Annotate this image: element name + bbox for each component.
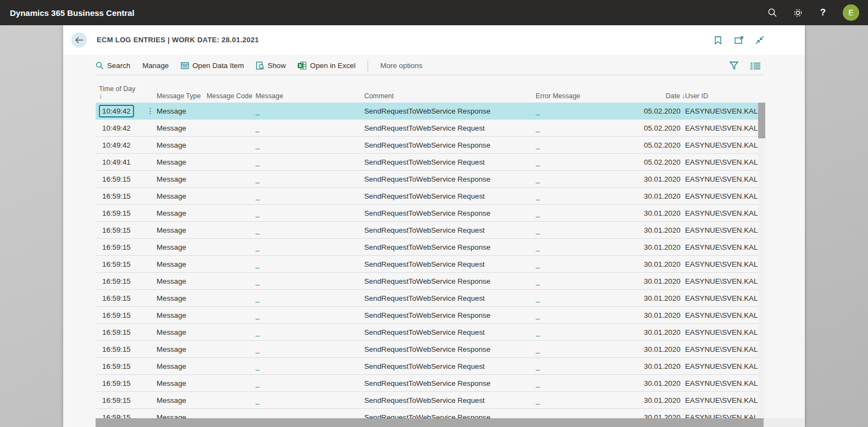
cell-comment[interactable]: SendRequestToWebService Response xyxy=(364,379,536,387)
cell-date[interactable]: 30.01.2020 xyxy=(644,362,685,370)
cell-date[interactable]: 30.01.2020 xyxy=(644,226,685,234)
table-row[interactable]: 10:49:42 ⋮ Message _ SendRequestToWebSer… xyxy=(96,120,758,137)
cell-user-id[interactable]: EASYNUE\SVEN.KALINC xyxy=(685,226,758,234)
cell-error-message[interactable]: _ xyxy=(536,141,644,149)
cell-user-id[interactable]: EASYNUE\SVEN.KALINC xyxy=(685,362,758,370)
column-header-time-of-day[interactable]: Time of Day ↓ xyxy=(96,77,144,102)
search-icon[interactable] xyxy=(767,7,778,18)
cell-message[interactable]: _ xyxy=(255,260,364,268)
cell-date[interactable]: 30.01.2020 xyxy=(644,260,685,268)
row-menu-icon[interactable]: ⋮ xyxy=(144,311,157,319)
bookmark-icon[interactable] xyxy=(713,35,724,46)
cell-message-type[interactable]: Message xyxy=(157,243,207,251)
cell-error-message[interactable]: _ xyxy=(536,396,644,404)
cell-date[interactable]: 30.01.2020 xyxy=(644,328,685,336)
column-header-message-code[interactable]: Message Code xyxy=(207,77,255,102)
gear-icon[interactable] xyxy=(792,7,803,18)
cell-user-id[interactable]: EASYNUE\SVEN.KALINC xyxy=(685,311,758,319)
list-view-icon[interactable] xyxy=(750,62,760,70)
cell-error-message[interactable]: _ xyxy=(536,243,644,251)
row-menu-icon[interactable]: ⋮ xyxy=(144,328,157,336)
cell-date[interactable]: 30.01.2020 xyxy=(644,277,685,285)
collapse-icon[interactable] xyxy=(754,35,765,46)
table-row[interactable]: 16:59:15 ⋮ Message _ SendRequestToWebSer… xyxy=(96,188,758,205)
cell-comment[interactable]: SendRequestToWebService Response xyxy=(364,243,536,251)
table-row[interactable]: 16:59:15 ⋮ Message _ SendRequestToWebSer… xyxy=(96,222,758,239)
cell-error-message[interactable]: _ xyxy=(536,413,644,419)
table-row[interactable]: 16:59:15 ⋮ Message _ SendRequestToWebSer… xyxy=(96,171,758,188)
cell-message-type[interactable]: Message xyxy=(157,175,207,183)
row-menu-icon[interactable]: ⋮ xyxy=(144,243,157,251)
table-row[interactable]: 16:59:15 ⋮ Message _ SendRequestToWebSer… xyxy=(96,341,758,358)
cell-message[interactable]: _ xyxy=(255,311,364,319)
cell-user-id[interactable]: EASYNUE\SVEN.KALINC xyxy=(685,158,758,166)
cell-message-type[interactable]: Message xyxy=(157,396,207,404)
cell-comment[interactable]: SendRequestToWebService Response xyxy=(364,311,536,319)
column-header-user-id[interactable]: User ID xyxy=(685,77,758,102)
cell-error-message[interactable]: _ xyxy=(536,311,644,319)
row-menu-icon[interactable]: ⋮ xyxy=(144,260,157,268)
cell-user-id[interactable]: EASYNUE\SVEN.KALINC xyxy=(685,328,758,336)
cell-time-of-day[interactable]: 10:49:41 xyxy=(96,156,144,168)
row-menu-icon[interactable]: ⋮ xyxy=(144,362,157,370)
table-row[interactable]: 16:59:15 ⋮ Message _ SendRequestToWebSer… xyxy=(96,358,758,375)
cell-error-message[interactable]: _ xyxy=(536,379,644,387)
cell-error-message[interactable]: _ xyxy=(536,209,644,217)
cell-message[interactable]: _ xyxy=(255,175,364,183)
cell-message[interactable]: _ xyxy=(255,243,364,251)
cell-message-type[interactable]: Message xyxy=(157,192,207,200)
cell-message-type[interactable]: Message xyxy=(157,379,207,387)
cell-comment[interactable]: SendRequestToWebService Response xyxy=(364,209,536,217)
cell-time-of-day[interactable]: 16:59:15 xyxy=(96,275,144,288)
cell-date[interactable]: 30.01.2020 xyxy=(644,209,685,217)
cell-date[interactable]: 05.02.2020 xyxy=(644,158,685,166)
table-row[interactable]: 16:59:15 ⋮ Message _ SendRequestToWebSer… xyxy=(96,324,758,341)
cell-time-of-day[interactable]: 16:59:15 xyxy=(96,360,144,373)
cell-error-message[interactable]: _ xyxy=(536,124,644,132)
cell-user-id[interactable]: EASYNUE\SVEN.KALINC xyxy=(685,379,758,387)
cell-user-id[interactable]: EASYNUE\SVEN.KALINC xyxy=(685,345,758,353)
row-menu-icon[interactable]: ⋮ xyxy=(144,413,157,418)
table-row[interactable]: 16:59:15 ⋮ Message _ SendRequestToWebSer… xyxy=(96,273,758,290)
cell-message-type[interactable]: Message xyxy=(157,413,207,419)
cell-comment[interactable]: SendRequestToWebService Request xyxy=(364,396,536,404)
cell-user-id[interactable]: EASYNUE\SVEN.KALINC xyxy=(685,107,758,115)
row-menu-icon[interactable]: ⋮ xyxy=(144,226,157,234)
cell-date[interactable]: 30.01.2020 xyxy=(644,396,685,404)
cell-comment[interactable]: SendRequestToWebService Request xyxy=(364,124,536,132)
cell-message[interactable]: _ xyxy=(255,379,364,387)
row-menu-icon[interactable]: ⋮ xyxy=(144,106,157,115)
cell-time-of-day[interactable]: 16:59:15 xyxy=(96,190,144,203)
column-header-message[interactable]: Message xyxy=(255,77,364,102)
cell-comment[interactable]: SendRequestToWebService Request xyxy=(364,226,536,234)
cell-date[interactable]: 30.01.2020 xyxy=(644,413,685,419)
table-row[interactable]: 16:59:15 ⋮ Message _ SendRequestToWebSer… xyxy=(96,409,758,418)
cell-message[interactable]: _ xyxy=(255,413,364,419)
cell-message-type[interactable]: Message xyxy=(157,328,207,336)
cell-time-of-day[interactable]: 16:59:15 xyxy=(96,292,144,305)
show-action[interactable]: Show xyxy=(256,61,286,70)
cell-message[interactable]: _ xyxy=(255,362,364,370)
cell-comment[interactable]: SendRequestToWebService Response xyxy=(364,141,536,149)
cell-user-id[interactable]: EASYNUE\SVEN.KALINC xyxy=(685,277,758,285)
cell-message-type[interactable]: Message xyxy=(157,158,207,166)
cell-message[interactable]: _ xyxy=(255,328,364,336)
cell-comment[interactable]: SendRequestToWebService Request xyxy=(364,260,536,268)
cell-comment[interactable]: SendRequestToWebService Request xyxy=(364,328,536,336)
more-options-action[interactable]: More options xyxy=(380,61,422,70)
cell-message[interactable]: _ xyxy=(255,294,364,302)
cell-error-message[interactable]: _ xyxy=(536,362,644,370)
cell-message-type[interactable]: Message xyxy=(157,209,207,217)
row-menu-icon[interactable]: ⋮ xyxy=(144,277,157,285)
cell-error-message[interactable]: _ xyxy=(536,277,644,285)
cell-time-of-day[interactable]: 16:59:15 xyxy=(96,377,144,390)
cell-error-message[interactable]: _ xyxy=(536,192,644,200)
cell-comment[interactable]: SendRequestToWebService Request xyxy=(364,362,536,370)
cell-error-message[interactable]: _ xyxy=(536,345,644,353)
cell-error-message[interactable]: _ xyxy=(536,294,644,302)
cell-comment[interactable]: SendRequestToWebService Response xyxy=(364,107,536,115)
cell-user-id[interactable]: EASYNUE\SVEN.KALINC xyxy=(685,396,758,404)
vertical-scrollbar-thumb[interactable] xyxy=(758,103,765,138)
row-menu-icon[interactable]: ⋮ xyxy=(144,158,157,166)
cell-message[interactable]: _ xyxy=(255,141,364,149)
